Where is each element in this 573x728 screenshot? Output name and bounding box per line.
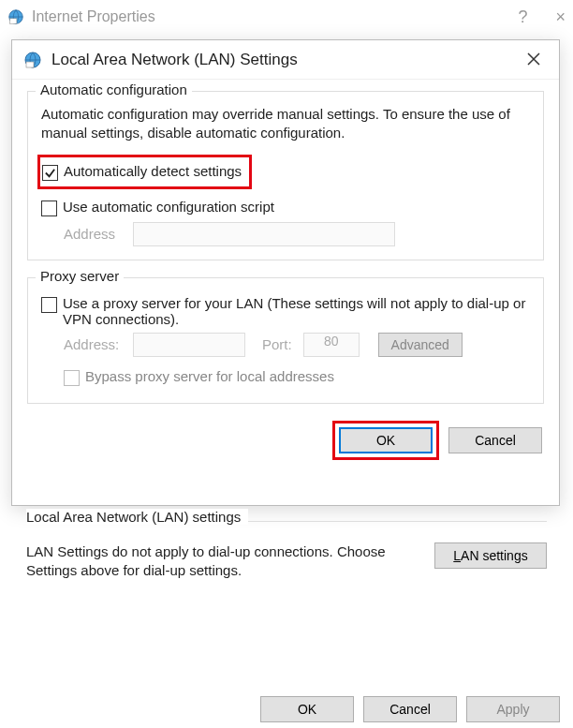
parent-apply-button: Apply: [466, 696, 560, 722]
proxy-bypass-label: Bypass proxy server for local addresses: [85, 368, 334, 384]
proxy-legend: Proxy server: [36, 268, 124, 284]
proxy-address-input: [133, 333, 245, 357]
lan-section-text: LAN Settings do not apply to dial-up con…: [26, 542, 419, 581]
auto-config-legend: Automatic configuration: [36, 82, 192, 97]
svg-rect-3: [26, 62, 34, 67]
parent-title: Internet Properties: [32, 8, 155, 25]
lan-dialog-body: Automatic configuration Automatic config…: [12, 80, 559, 471]
parent-cancel-button[interactable]: Cancel: [363, 696, 457, 722]
lan-ok-button[interactable]: OK: [339, 427, 433, 453]
internet-options-icon: [7, 8, 24, 25]
lan-dialog-icon: [23, 51, 42, 69]
proxy-port-input: 80: [303, 333, 360, 357]
auto-detect-row[interactable]: Automatically detect settings: [42, 163, 242, 181]
svg-rect-1: [10, 19, 17, 23]
help-button[interactable]: ?: [518, 7, 527, 27]
proxy-server-group: Proxy server Use a proxy server for your…: [27, 277, 544, 404]
lan-dialog-buttons: OK Cancel: [27, 421, 544, 460]
proxy-use-checkbox[interactable]: [41, 297, 57, 313]
proxy-address-label: Address:: [64, 336, 122, 352]
lan-settings-button[interactable]: LAN settings: [434, 542, 547, 569]
lan-close-button[interactable]: [520, 49, 548, 70]
proxy-use-row[interactable]: Use a proxy server for your LAN (These s…: [41, 295, 530, 327]
lan-dialog-title: Local Area Network (LAN) Settings: [51, 51, 298, 69]
highlight-ok-button: OK: [332, 421, 439, 460]
automatic-configuration-group: Automatic configuration Automatic config…: [27, 91, 544, 260]
parent-titlebar: Internet Properties ? ×: [0, 0, 573, 34]
proxy-port-label: Port:: [262, 336, 292, 352]
auto-script-address-label: Address: [64, 226, 122, 242]
auto-script-address-row: Address: [41, 222, 530, 246]
parent-window-controls: ? ×: [518, 7, 566, 27]
proxy-advanced-button: Advanced: [378, 333, 463, 357]
auto-script-row[interactable]: Use automatic configuration script: [41, 199, 530, 216]
lan-settings-section: Local Area Network (LAN) settings LAN Se…: [26, 512, 547, 581]
proxy-bypass-row: Bypass proxy server for local addresses: [41, 368, 530, 386]
auto-script-checkbox[interactable]: [41, 201, 57, 216]
lan-titlebar: Local Area Network (LAN) Settings: [12, 40, 559, 80]
auto-config-description: Automatic configuration may override man…: [41, 105, 530, 143]
lan-cancel-button[interactable]: Cancel: [448, 427, 542, 453]
lan-section-legend: Local Area Network (LAN) settings: [26, 509, 248, 525]
parent-dialog-buttons: OK Cancel Apply: [260, 696, 560, 722]
parent-ok-button[interactable]: OK: [260, 696, 354, 722]
proxy-bypass-checkbox: [64, 370, 80, 386]
auto-script-label: Use automatic configuration script: [63, 199, 274, 215]
lan-settings-dialog: Local Area Network (LAN) Settings Automa…: [11, 39, 560, 506]
highlight-auto-detect: Automatically detect settings: [37, 155, 252, 189]
auto-script-address-input: [133, 222, 395, 246]
proxy-use-label: Use a proxy server for your LAN (These s…: [63, 295, 530, 327]
parent-close-button[interactable]: ×: [555, 7, 566, 27]
auto-detect-checkbox[interactable]: [42, 165, 58, 181]
proxy-address-row: Address: Port: 80 Advanced: [41, 333, 530, 357]
auto-detect-label: Automatically detect settings: [64, 163, 242, 179]
